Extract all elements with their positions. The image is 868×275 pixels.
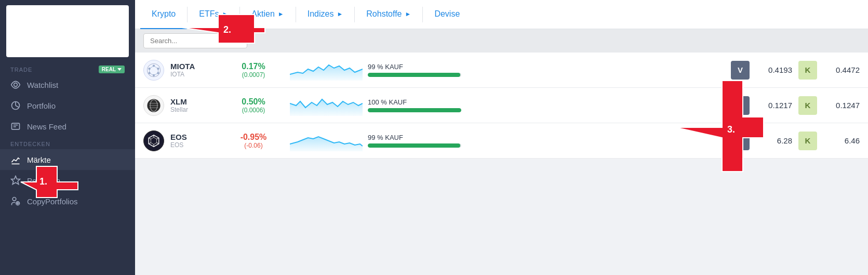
xlm-info: XLM Stellar: [170, 97, 222, 113]
nav-item-etfs[interactable]: ETFs ►: [188, 0, 239, 29]
xlm-buy-button[interactable]: K: [798, 96, 817, 115]
svg-marker-25: [151, 137, 156, 145]
miota-change-val: (0.0007): [222, 71, 285, 78]
sidebar-item-copyportfolios[interactable]: CopyPortfolios: [0, 191, 135, 212]
eos-sentiment-bar-bg: [368, 143, 461, 148]
eos-sell-button[interactable]: V: [731, 132, 750, 150]
svg-point-0: [14, 83, 18, 87]
xlm-name: Stellar: [170, 106, 222, 113]
miota-sell-price: 0.4193: [756, 66, 792, 74]
eos-change-val: (-0.06): [222, 142, 285, 149]
eos-sentiment-pct: 99: [368, 134, 375, 141]
search-bar-row: [135, 29, 868, 53]
trade-label: TRADE: [10, 67, 32, 73]
miota-name: IOTA: [170, 71, 222, 78]
eos-symbol: EOS: [170, 133, 222, 141]
real-badge[interactable]: REAL: [99, 66, 125, 73]
eos-name: EOS: [170, 141, 222, 149]
market-table: MIOTA IOTA 0.17% (0.0007): [135, 53, 868, 275]
sidebar: TRADE REAL Watchlist Portfolio: [0, 0, 135, 275]
eos-change-pct: -0.95%: [222, 133, 285, 142]
xlm-sentiment-label: KAUF: [389, 98, 407, 106]
sidebar-item-portfolio-label: Portfolio: [27, 101, 56, 110]
table-row: EOS EOS -0.95% (-0.06): [135, 123, 868, 159]
xlm-sentiment: 100 % KAUF: [368, 98, 461, 112]
indizes-arrow-icon: ►: [337, 10, 343, 18]
aktien-arrow-icon: ►: [278, 10, 284, 18]
xlm-icon: [143, 95, 164, 116]
sidebar-item-portfolio[interactable]: Portfolio: [0, 95, 135, 116]
xlm-symbol: XLM: [170, 97, 222, 106]
miota-icon: [143, 60, 164, 81]
eos-buy-button[interactable]: K: [798, 132, 817, 150]
nav-item-rohstoffe[interactable]: Rohstoffe ►: [355, 0, 422, 29]
eos-chart: [285, 128, 368, 153]
svg-line-19: [150, 73, 154, 75]
rohstoffe-arrow-icon: ►: [405, 10, 411, 18]
miota-sell-button[interactable]: V: [731, 61, 750, 80]
eos-icon: [143, 130, 164, 151]
nav-item-devise[interactable]: Devise: [423, 0, 471, 29]
xlm-change: 0.50% (0.0006): [222, 97, 285, 114]
eos-sell-price: 6.28: [756, 136, 792, 145]
eos-buy-price: 6.46: [823, 136, 860, 145]
svg-point-7: [12, 198, 16, 201]
sidebar-item-personen[interactable]: Personen: [0, 170, 135, 191]
maerkte-icon: [10, 154, 21, 165]
eos-change: -0.95% (-0.06): [222, 133, 285, 149]
table-row: MIOTA IOTA 0.17% (0.0007): [135, 53, 868, 88]
miota-symbol: MIOTA: [170, 62, 222, 71]
miota-sentiment-bar-bg: [368, 73, 461, 77]
trade-header: TRADE REAL: [0, 62, 135, 74]
eos-sentiment: 99 % KAUF: [368, 134, 461, 148]
xlm-sell-button[interactable]: V: [731, 96, 750, 115]
top-nav: Krypto ETFs ► Aktien ► Indizes ► Ro: [135, 0, 868, 29]
xlm-sentiment-bar-bg: [368, 108, 461, 112]
miota-change-pct: 0.17%: [222, 62, 285, 71]
xlm-change-val: (0.0006): [222, 107, 285, 114]
miota-info: MIOTA IOTA: [170, 62, 222, 78]
eos-sentiment-label: KAUF: [385, 134, 403, 141]
nav-item-aktien[interactable]: Aktien ►: [240, 0, 295, 29]
entdecken-label: ENTDECKEN: [0, 137, 135, 149]
xlm-chart: [285, 93, 368, 118]
eos-sentiment-bar-fill: [368, 143, 460, 148]
xlm-change-pct: 0.50%: [222, 97, 285, 107]
miota-buy-price: 0.4472: [823, 66, 860, 74]
svg-line-21: [150, 66, 154, 69]
svg-line-16: [154, 66, 158, 69]
sidebar-item-newsfeed-label: News Feed: [27, 122, 66, 131]
logo: [6, 5, 129, 57]
xlm-sell-price: 0.1217: [756, 101, 792, 110]
xlm-sentiment-pct: 100: [368, 98, 379, 106]
miota-buy-button[interactable]: K: [798, 61, 817, 80]
miota-change: 0.17% (0.0007): [222, 62, 285, 78]
miota-sentiment-pct: 99: [368, 63, 375, 71]
newsfeed-icon: [10, 121, 21, 132]
main-content: Krypto ETFs ► Aktien ► Indizes ► Ro: [135, 0, 868, 275]
personen-icon: [10, 175, 21, 186]
search-input[interactable]: [143, 33, 247, 48]
watchlist-icon: [10, 80, 21, 90]
miota-sentiment-label: KAUF: [385, 63, 403, 71]
svg-line-18: [154, 73, 158, 75]
svg-marker-6: [11, 176, 20, 185]
xlm-buy-price: 0.1247: [823, 101, 860, 110]
sidebar-item-maerkte-label: Märkte: [27, 155, 51, 164]
chevron-down-icon: [117, 68, 122, 71]
nav-item-indizes[interactable]: Indizes ►: [296, 0, 355, 29]
sidebar-item-personen-label: Personen: [27, 176, 60, 185]
miota-chart: [285, 58, 368, 83]
sidebar-item-newsfeed[interactable]: News Feed: [0, 116, 135, 137]
sidebar-item-copyportfolios-label: CopyPortfolios: [27, 197, 78, 206]
miota-sentiment-bar-fill: [368, 73, 460, 77]
sidebar-item-maerkte[interactable]: Märkte: [0, 149, 135, 170]
xlm-sentiment-bar-fill: [368, 108, 461, 112]
copyportfolios-icon: [10, 196, 21, 206]
nav-item-krypto[interactable]: Krypto: [140, 0, 187, 29]
sidebar-item-watchlist-label: Watchlist: [27, 81, 58, 89]
etfs-arrow-icon: ►: [222, 10, 228, 18]
sidebar-item-watchlist[interactable]: Watchlist: [0, 74, 135, 95]
portfolio-icon: [10, 100, 21, 111]
eos-info: EOS EOS: [170, 133, 222, 149]
